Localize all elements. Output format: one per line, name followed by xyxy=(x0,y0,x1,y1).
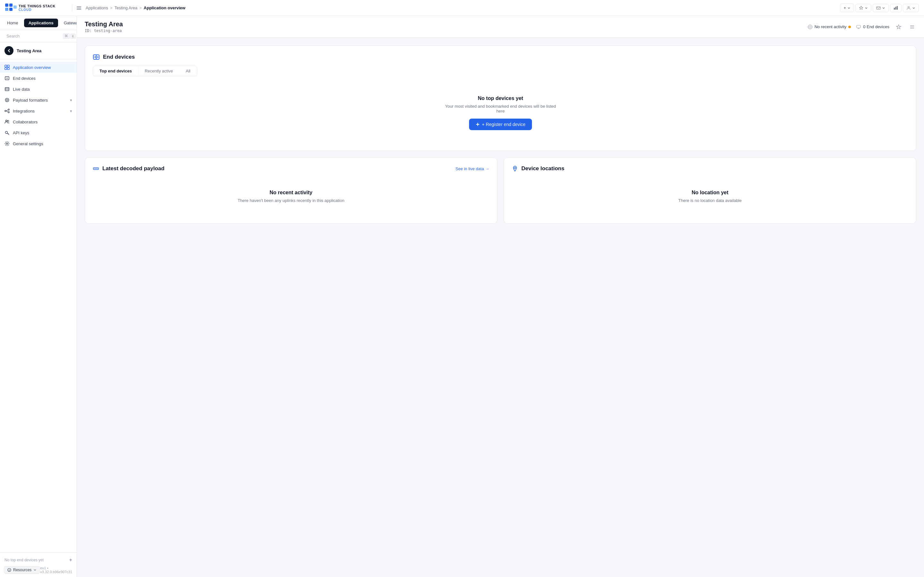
sidebar-item-integrations[interactable]: Integrations ▾ xyxy=(0,105,77,116)
sidebar-item-collaborators[interactable]: Collaborators xyxy=(0,116,77,127)
svg-rect-6 xyxy=(77,8,81,8)
payload-card-header: Latest decoded payload See in live data … xyxy=(93,165,489,172)
location-empty-desc: There is no location data available xyxy=(678,198,741,203)
app-title: Testing Area xyxy=(85,21,123,28)
end-devices-count: 0 End devices xyxy=(863,24,889,29)
chevron-icon: ▾ xyxy=(70,109,72,113)
resources-button[interactable]: Resources xyxy=(4,566,40,574)
sidebar-item-api-keys[interactable]: API keys xyxy=(0,127,77,138)
sidebar-menu: Application overview End devices Live da… xyxy=(0,59,77,552)
svg-rect-45 xyxy=(857,25,861,28)
register-end-device-button[interactable]: + Register end device xyxy=(469,119,532,130)
svg-rect-1 xyxy=(9,3,13,7)
back-button[interactable] xyxy=(5,46,13,55)
status-dot xyxy=(848,26,851,28)
svg-rect-5 xyxy=(77,6,81,7)
integrations-icon xyxy=(5,108,10,113)
end-devices-empty-state: No top devices yet Your most visited and… xyxy=(93,83,908,143)
sidebar-bottom-bar: Resources eu1 • v3.32.0.b96e907c31 xyxy=(4,566,73,574)
sidebar-collapse-button[interactable] xyxy=(75,4,83,12)
settings-icon xyxy=(5,141,10,146)
overview-icon xyxy=(5,65,10,70)
tab-all[interactable]: All xyxy=(179,66,197,76)
see-live-data-link[interactable]: See in live data → xyxy=(455,166,489,171)
activity-icon xyxy=(808,24,813,29)
breadcrumb-sep2: > xyxy=(139,5,142,10)
svg-rect-2 xyxy=(5,8,8,11)
svg-point-26 xyxy=(8,109,9,110)
svg-rect-21 xyxy=(5,87,9,91)
svg-rect-9 xyxy=(894,8,895,10)
svg-line-34 xyxy=(8,134,9,134)
svg-point-27 xyxy=(8,111,9,113)
breadcrumb-testing-area[interactable]: Testing Area xyxy=(115,5,137,10)
add-device-button[interactable]: + xyxy=(69,557,72,563)
sidebar-item-label: Live data xyxy=(13,87,30,92)
bookmark-header-button[interactable] xyxy=(895,23,903,31)
tab-recently-active[interactable]: Recently active xyxy=(138,66,179,76)
bookmark-button[interactable] xyxy=(855,4,871,12)
sidebar-item-label: Collaborators xyxy=(13,119,37,124)
main-content: End devices Top end devices Recently act… xyxy=(77,38,924,577)
sidebar-item-payload-formatters[interactable]: Payload formatters ▾ xyxy=(0,95,77,105)
sidebar-item-end-devices[interactable]: End devices xyxy=(0,73,77,84)
payload-card: Latest decoded payload See in live data … xyxy=(85,157,497,224)
svg-point-40 xyxy=(809,26,811,27)
resources-label: Resources xyxy=(13,568,31,572)
svg-point-35 xyxy=(6,143,8,144)
nav-gateways[interactable]: Gateways xyxy=(59,19,77,27)
app-header: Testing Area ID: testing-area No recent … xyxy=(77,16,924,38)
breadcrumb-applications[interactable]: Applications xyxy=(86,5,108,10)
sidebar-item-live-data[interactable]: Live data xyxy=(0,84,77,95)
end-devices-icon xyxy=(5,76,10,81)
logo: THE THINGS STACK CLOUD xyxy=(5,3,69,13)
search-input[interactable] xyxy=(6,34,60,39)
sidebar-item-general-settings[interactable]: General settings xyxy=(0,138,77,149)
chevron-down-icon xyxy=(847,6,851,10)
chevron-down-icon xyxy=(912,6,915,10)
location-card-header: Device locations xyxy=(512,165,908,172)
user-button[interactable] xyxy=(903,4,919,12)
chevron-icon: ▾ xyxy=(70,98,72,103)
svg-point-24 xyxy=(5,98,9,102)
chevron-down-icon xyxy=(865,6,868,10)
mail-button[interactable] xyxy=(873,4,889,12)
chart-button[interactable] xyxy=(890,4,901,12)
tab-top-end-devices[interactable]: Top end devices xyxy=(93,66,138,76)
svg-point-31 xyxy=(8,120,9,121)
svg-rect-19 xyxy=(5,77,9,80)
topbar-divider xyxy=(72,4,72,12)
payload-formatters-icon xyxy=(5,97,10,103)
svg-rect-10 xyxy=(895,7,897,10)
resources-icon xyxy=(7,568,11,572)
sidebar-item-application-overview[interactable]: Application overview xyxy=(0,62,77,73)
svg-rect-11 xyxy=(897,6,898,10)
topbar: THE THINGS STACK CLOUD Applications > Te… xyxy=(0,0,924,16)
sidebar-item-label: End devices xyxy=(13,76,36,81)
app-header-left: Testing Area ID: testing-area xyxy=(85,21,123,33)
payload-empty-state: No recent activity There haven't been an… xyxy=(93,177,489,216)
svg-rect-0 xyxy=(5,3,8,7)
sidebar-item-label: Application overview xyxy=(13,65,51,70)
menu-header-button[interactable] xyxy=(908,23,916,31)
svg-rect-15 xyxy=(5,65,7,67)
no-devices-desc: Your most visited and bookmarked end dev… xyxy=(443,104,558,113)
nav-applications[interactable]: Applications xyxy=(24,19,58,27)
chart-icon xyxy=(893,6,898,10)
location-card: Device locations No location yet There i… xyxy=(504,157,916,224)
topbar-actions: + xyxy=(840,3,919,12)
svg-point-53 xyxy=(96,57,97,57)
api-keys-icon xyxy=(5,130,10,135)
svg-rect-7 xyxy=(77,9,81,10)
nav-home[interactable]: Home xyxy=(3,19,23,27)
svg-line-29 xyxy=(6,111,8,112)
sidebar-no-devices: No top end devices yet + xyxy=(4,556,73,564)
activity-status: No recent activity xyxy=(808,24,851,29)
no-devices-title: No top devices yet xyxy=(478,95,523,101)
svg-point-12 xyxy=(908,6,909,8)
chevron-down-icon xyxy=(33,568,37,572)
add-button[interactable]: + xyxy=(840,3,854,12)
svg-rect-3 xyxy=(9,8,13,11)
payload-empty-title: No recent activity xyxy=(270,190,312,195)
plus-icon xyxy=(475,122,480,127)
